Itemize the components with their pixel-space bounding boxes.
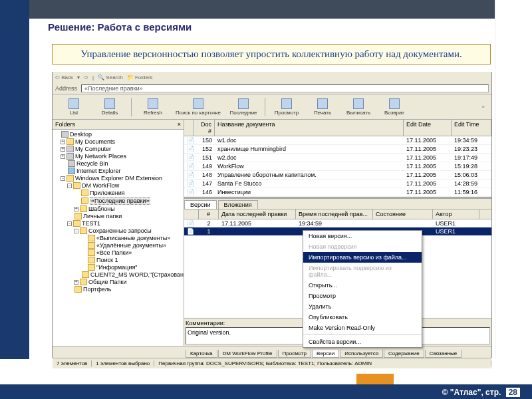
tree-node[interactable]: «Все Папки»: [54, 249, 182, 257]
context-menu-item[interactable]: Make Version Read-Only: [303, 323, 422, 333]
col-name[interactable]: Название документа: [215, 120, 404, 136]
tb-list[interactable]: List: [57, 96, 91, 118]
tb-print[interactable]: Печать: [305, 96, 340, 118]
context-menu-item: Новая подверсия: [303, 241, 422, 252]
page-number: 28: [506, 388, 520, 397]
tb-refresh[interactable]: Refresh: [136, 96, 170, 118]
context-menu-item[interactable]: Свойства версии...: [303, 336, 422, 347]
nav-back[interactable]: ⇦ Back: [55, 74, 73, 80]
vcol-time[interactable]: Время последней прав...: [296, 209, 373, 219]
slide-footer: © "Атлас", стр. 28: [0, 359, 532, 399]
doc-row[interactable]: 📄150w1.doc17.11.200519:34:59: [184, 136, 491, 145]
tb-return[interactable]: Возврат: [377, 96, 412, 118]
nav-folders[interactable]: 📁 Folders: [127, 74, 153, 80]
context-menu-item[interactable]: Новая версия...: [303, 231, 422, 241]
tree-node[interactable]: Desktop: [54, 131, 182, 138]
tree-node[interactable]: Приложения: [54, 190, 182, 197]
context-menu-item[interactable]: Удалить: [303, 301, 422, 312]
bottom-tab[interactable]: Связанные: [425, 350, 462, 358]
tree-node[interactable]: Личные папки: [54, 213, 182, 220]
tree-node[interactable]: -TEST1: [54, 220, 182, 227]
slide-left-bar: [0, 0, 29, 359]
doc-row[interactable]: 📄146Инвестиции17.11.200511:59:16: [184, 188, 491, 197]
context-menu-item: Импортировать подверсию из файла...: [303, 263, 422, 280]
app-window: Address «Последние правки» List Details …: [52, 82, 492, 358]
tree-node[interactable]: Портфель: [54, 286, 182, 293]
tree-node[interactable]: CLIENT2_MS WORD,"(Страхование)": [54, 271, 182, 279]
col-date[interactable]: Edit Date: [404, 120, 452, 136]
slide-top-bar: [29, 0, 495, 19]
context-menu: Новая версия...Новая подверсияИмпортиров…: [303, 230, 422, 348]
tree-node[interactable]: Internet Explorer: [54, 168, 182, 175]
tab-versions[interactable]: Версии: [184, 200, 217, 209]
document-list: Doc # Название документа Edit Date Edit …: [184, 120, 491, 198]
tree-node[interactable]: -DM WorkFlow: [54, 182, 182, 190]
col-time[interactable]: Edit Time: [452, 120, 491, 136]
tree-node[interactable]: «Последние правки»: [54, 197, 182, 205]
tb-details[interactable]: Details: [92, 96, 127, 118]
doc-row[interactable]: 📄147Santa Fe Stucco17.11.200514:28:59: [184, 180, 491, 188]
context-menu-item[interactable]: Просмотр: [303, 291, 422, 301]
context-menu-item[interactable]: Опубликовать: [303, 312, 422, 323]
context-menu-item[interactable]: Импортировать версию из файла...: [303, 252, 422, 263]
bottom-tab[interactable]: DM WorkFlow Profile: [218, 350, 277, 358]
toolbar-overflow[interactable]: »: [479, 104, 487, 110]
tree-node[interactable]: "Информация": [54, 264, 182, 271]
vcol-date[interactable]: Дата последней правки: [219, 209, 296, 219]
context-menu-item[interactable]: Открыть...: [303, 280, 422, 291]
slide-right-margin: [495, 0, 532, 359]
vcol-author[interactable]: Автор: [433, 209, 479, 219]
tree-node[interactable]: +My Network Places: [54, 153, 182, 160]
bottom-tab[interactable]: Используется: [340, 350, 383, 358]
tree-node[interactable]: +Общие Папки: [54, 279, 182, 286]
folder-tree-pane: Folders× Desktop+My Documents+My Compute…: [53, 120, 184, 346]
bottom-tab[interactable]: Карточка: [186, 350, 217, 358]
col-docnum[interactable]: Doc #: [194, 120, 215, 136]
tree-node[interactable]: Recycle Bin: [54, 160, 182, 168]
tree-header: Folders: [55, 121, 75, 128]
tb-recent[interactable]: Последние: [226, 96, 261, 118]
address-value[interactable]: «Последние правки»: [81, 84, 489, 92]
bottom-tab[interactable]: Просмотр: [278, 350, 312, 358]
vcol-state[interactable]: Состояние: [373, 209, 433, 219]
version-row[interactable]: 📄217.11.200519:34:59USER1: [184, 219, 491, 227]
browser-nav-row: ⇦ Back ▾⇨| 🔍 Search 📁 Folders: [52, 72, 492, 82]
tree-node[interactable]: -Windows Explorer DM Extension: [54, 175, 182, 182]
tab-attachments[interactable]: Вложения: [218, 200, 258, 209]
tb-search[interactable]: Поиск по карточке: [172, 96, 225, 118]
tree-node[interactable]: Поиск 1: [54, 257, 182, 264]
tb-export[interactable]: Выписать: [341, 96, 376, 118]
tb-view[interactable]: Просмотр: [269, 96, 304, 118]
bottom-tab[interactable]: Версии: [312, 350, 339, 358]
tree-node[interactable]: -Сохраненные запросы: [54, 227, 182, 235]
callout-box: Управление версионностью позволяет упрос…: [52, 44, 491, 65]
address-label: Address: [55, 85, 77, 92]
tree-node[interactable]: +My Computer: [54, 146, 182, 153]
tree-node[interactable]: «Выписанные документы»: [54, 235, 182, 242]
vcol-num[interactable]: #: [199, 209, 219, 219]
doc-row[interactable]: 📄149WorkFlow17.11.200515:19:28: [184, 162, 491, 171]
doc-row[interactable]: 📄148Управление оборотным капиталом.17.11…: [184, 171, 491, 180]
doclist-header: Doc # Название документа Edit Date Edit …: [184, 120, 491, 136]
bottom-tabs: КарточкаDM WorkFlow ProfileПросмотрВерси…: [53, 346, 491, 358]
version-pane: Версии Вложения # Дата последней правки …: [184, 198, 491, 346]
doc-row[interactable]: 📄152хранилище Hummingbird17.11.200519:23…: [184, 145, 491, 154]
nav-search[interactable]: 🔍 Search: [98, 74, 123, 80]
toolbar: List Details Refresh Поиск по карточке П…: [53, 94, 491, 120]
address-bar: Address «Последние правки»: [53, 82, 491, 94]
doc-row[interactable]: 📄151w2.doc17.11.200519:17:49: [184, 154, 491, 162]
tree-node[interactable]: +Шаблоны: [54, 205, 182, 213]
tree-node[interactable]: +My Documents: [54, 138, 182, 146]
bottom-tab[interactable]: Содержание: [384, 350, 424, 358]
tree-node[interactable]: «Удалённые документы»: [54, 242, 182, 249]
tree-close-icon[interactable]: ×: [178, 121, 181, 128]
footer-copyright: © "Атлас", стр.: [442, 388, 501, 397]
slide-title: Решение: Работа с версиями: [48, 21, 192, 33]
